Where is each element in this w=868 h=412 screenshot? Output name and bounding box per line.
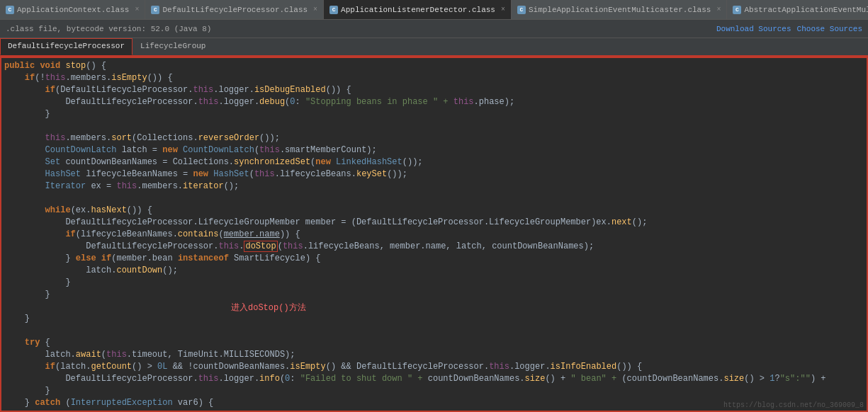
tab-label-4: SimpleApplicationEventMulticaster.class — [529, 6, 711, 14]
tab-close-1[interactable]: × — [135, 6, 139, 13]
code-line: latch.countDown(); — [1, 265, 867, 277]
bytecode-info: .class file, bytecode version: 52.0 (Jav… — [6, 25, 211, 33]
code-line: } — [1, 386, 867, 398]
code-area: public void stop() { if(!this.members.is… — [0, 57, 868, 412]
code-line: while(ex.hasNext()) { — [1, 205, 867, 217]
code-line: DefaultLifecycleProcessor.this.doStop(th… — [1, 241, 867, 253]
choose-sources-link[interactable]: Choose Sources — [797, 25, 862, 33]
code-line: Set countDownBeanNames = Collections.syn… — [1, 157, 867, 169]
tab-icon-4: C — [517, 6, 526, 14]
code-line: if(latch.getCount() > 0L && !countDownBe… — [1, 362, 867, 374]
tab-icon-3: C — [329, 6, 338, 14]
watermark: https://blog.csdn.net/no_369009_8 — [723, 401, 864, 409]
code-line: DefaultLifecycleProcessor.this.logger.in… — [1, 374, 867, 386]
code-line: latch.await(this.timeout, TimeUnit.MILLI… — [1, 350, 867, 362]
code-scroll[interactable]: public void stop() { if(!this.members.is… — [1, 58, 867, 411]
code-line: Iterator ex = this.members.iterator(); — [1, 181, 867, 193]
code-line: DefaultLifecycleProcessor.LifecycleGroup… — [1, 217, 867, 229]
tab-label-2: DefaultLifecycleProcessor.class — [162, 6, 308, 14]
tab-close-2[interactable]: × — [313, 6, 317, 13]
code-line: try { — [1, 338, 867, 350]
info-bar: .class file, bytecode version: 52.0 (Jav… — [0, 20, 868, 38]
code-line — [1, 121, 867, 133]
code-line: Thread.currentThread().interrupt(); — [1, 410, 867, 411]
tab-icon-1: C — [6, 6, 14, 14]
code-line: } — [1, 290, 867, 302]
inner-tab-defaultlifecycleprocessor[interactable]: DefaultLifecycleProcessor — [0, 38, 133, 55]
tab-bar: C ApplicationContext.class × C DefaultLi… — [0, 0, 868, 20]
code-line: } — [1, 109, 867, 121]
cn-annotation-line: 进入doStop()方法 — [1, 302, 867, 314]
download-sources-link[interactable]: Download Sources — [716, 25, 791, 33]
tab-applicationlistenerdetector[interactable]: C ApplicationListenerDetector.class × — [324, 0, 512, 19]
code-line: CountDownLatch latch = new CountDownLatc… — [1, 145, 867, 157]
code-line: if(DefaultLifecycleProcessor.this.logger… — [1, 85, 867, 97]
tab-label-5: AbstractApplicationEventMulticaster.clas… — [744, 6, 868, 14]
tab-abstractapplicationeventmulticaster[interactable]: C AbstractApplicationEventMulticaster.cl… — [727, 0, 868, 19]
tab-icon-2: C — [151, 6, 159, 14]
inner-tab-label-1: DefaultLifecycleProcessor — [8, 42, 125, 50]
code-line: public void stop() { — [1, 61, 867, 73]
code-line: HashSet lifecycleBeanNames = new HashSet… — [1, 169, 867, 181]
code-line — [1, 193, 867, 205]
code-line: DefaultLifecycleProcessor.this.logger.de… — [1, 97, 867, 109]
tab-icon-5: C — [733, 6, 741, 14]
tab-close-4[interactable]: × — [716, 6, 721, 13]
tab-close-3[interactable]: × — [501, 6, 505, 13]
inner-tab-label-2: LifecycleGroup — [140, 42, 205, 50]
code-line: if(!this.members.isEmpty()) { — [1, 73, 867, 85]
tab-simpleapplicationeventmulticaster[interactable]: C SimpleApplicationEventMulticaster.clas… — [512, 0, 727, 19]
code-line: } — [1, 277, 867, 290]
code-line: if(lifecycleBeanNames.contains(member.na… — [1, 229, 867, 241]
info-bar-links: Download Sources Choose Sources — [716, 25, 862, 33]
tab-label-1: ApplicationContext.class — [17, 6, 129, 14]
inner-tab-lifecyclegroup[interactable]: LifecycleGroup — [133, 38, 213, 55]
tab-defaultlifecycleprocessor[interactable]: C DefaultLifecycleProcessor.class × — [145, 0, 324, 19]
code-line: } — [1, 314, 867, 326]
inner-tabs: DefaultLifecycleProcessor LifecycleGroup — [0, 38, 868, 57]
tab-applicationcontext[interactable]: C ApplicationContext.class × — [0, 0, 145, 19]
code-line: } else if(member.bean instanceof SmartLi… — [1, 253, 867, 265]
tab-label-3: ApplicationListenerDetector.class — [341, 6, 495, 14]
code-line: this.members.sort(Collections.reverseOrd… — [1, 133, 867, 145]
code-line — [1, 326, 867, 338]
